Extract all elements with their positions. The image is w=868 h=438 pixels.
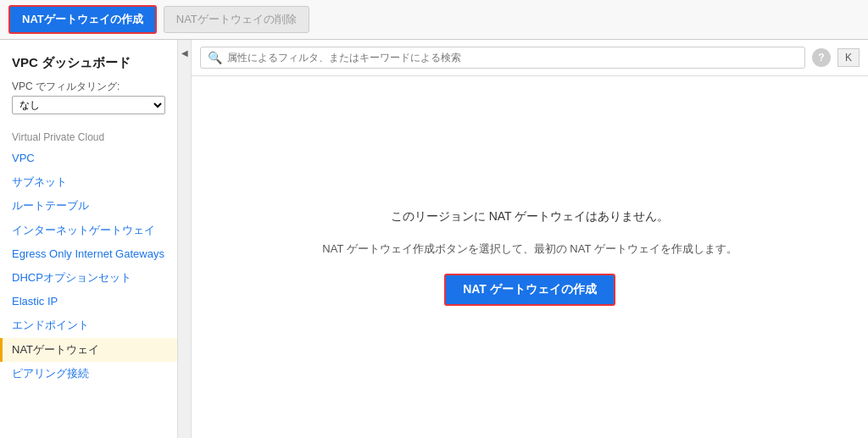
main-layout: VPC ダッシュボード VPC でフィルタリング: なし Virtual Pri… <box>0 40 868 438</box>
empty-state: このリージョンに NAT ゲートウェイはありません。 NAT ゲートウェイ作成ボ… <box>192 76 868 438</box>
sidebar-collapse-arrow[interactable]: ◀ <box>178 40 192 438</box>
content-area: 🔍 ? K このリージョンに NAT ゲートウェイはありません。 NAT ゲート… <box>192 40 868 438</box>
search-icon: 🔍 <box>208 51 222 64</box>
section-label: Virtual Private Cloud <box>0 123 177 147</box>
empty-text-1: このリージョンに NAT ゲートウェイはありません。 <box>391 209 670 225</box>
sidebar-item-route-table[interactable]: ルートテーブル <box>0 194 177 218</box>
sidebar-item-vpc[interactable]: VPC <box>0 147 177 170</box>
empty-text-2: NAT ゲートウェイ作成ボタンを選択して、最初の NAT ゲートウェイを作成しま… <box>322 241 737 257</box>
search-input-wrapper: 🔍 <box>200 47 805 69</box>
sidebar: VPC ダッシュボード VPC でフィルタリング: なし Virtual Pri… <box>0 40 178 438</box>
sidebar-item-nat-gateway[interactable]: NATゲートウェイ <box>0 338 177 362</box>
create-nat-button[interactable]: NATゲートウェイの作成 <box>8 5 157 34</box>
sidebar-item-endpoint[interactable]: エンドポイント <box>0 313 177 337</box>
sidebar-item-subnet[interactable]: サブネット <box>0 170 177 194</box>
search-bar: 🔍 ? K <box>192 40 868 76</box>
sidebar-item-internet-gateway[interactable]: インターネットゲートウェイ <box>0 219 177 242</box>
toolbar: NATゲートウェイの作成 NATゲートウェイの削除 <box>0 0 868 40</box>
search-input[interactable] <box>227 52 798 64</box>
delete-nat-button: NATゲートウェイの削除 <box>164 6 309 33</box>
search-nav-button[interactable]: K <box>837 48 860 67</box>
create-nat-center-button[interactable]: NAT ゲートウェイの作成 <box>444 274 615 306</box>
sidebar-item-peering[interactable]: ピアリング接続 <box>0 362 177 385</box>
help-icon[interactable]: ? <box>812 48 831 67</box>
sidebar-item-elastic-ip[interactable]: Elastic IP <box>0 290 177 313</box>
vpc-filter-select[interactable]: なし <box>12 96 165 114</box>
sidebar-item-egress-only[interactable]: Egress Only Internet Gateways <box>0 242 177 266</box>
sidebar-title: VPC ダッシュボード <box>0 48 177 76</box>
vpc-filter-label: VPC でフィルタリング: <box>0 76 177 96</box>
sidebar-item-dhcp[interactable]: DHCPオプションセット <box>0 266 177 290</box>
